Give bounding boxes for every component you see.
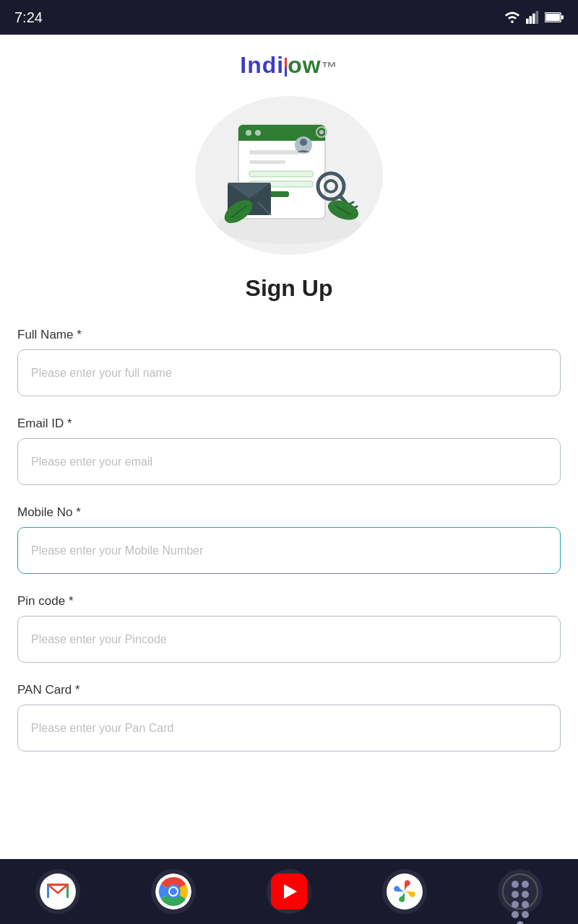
dots-grid-icon xyxy=(502,873,538,910)
chrome-icon xyxy=(155,873,191,910)
status-icons xyxy=(504,11,564,24)
youtube-icon xyxy=(271,873,307,910)
pincode-input[interactable] xyxy=(17,616,561,663)
svg-rect-1 xyxy=(530,16,532,24)
illustration xyxy=(195,96,383,255)
pan-label: PAN Card * xyxy=(17,683,561,697)
dot-2 xyxy=(522,881,529,888)
form-group-pincode: Pin code * xyxy=(17,594,561,663)
svg-point-12 xyxy=(255,130,261,136)
svg-rect-36 xyxy=(47,885,49,898)
photos-icon xyxy=(387,873,423,910)
form-group-fullname: Full Name * xyxy=(17,328,561,396)
svg-point-34 xyxy=(319,130,324,134)
svg-rect-17 xyxy=(249,171,313,177)
photos-svg xyxy=(392,879,417,904)
dot-6 xyxy=(522,901,529,908)
app-logo: Indiow™ xyxy=(240,52,337,78)
main-content: Indiow™ xyxy=(0,35,578,859)
pincode-label: Pin code * xyxy=(17,594,561,609)
svg-rect-10 xyxy=(238,133,325,141)
page-title: Sign Up xyxy=(246,275,333,302)
svg-point-11 xyxy=(246,130,251,136)
bottom-nav-bar xyxy=(0,859,578,924)
chrome-app-button[interactable] xyxy=(151,869,196,914)
youtube-app-button[interactable] xyxy=(267,869,311,914)
gmail-app-button[interactable] xyxy=(35,869,80,914)
status-time: 7:24 xyxy=(14,9,43,26)
signal-icon xyxy=(526,11,539,24)
svg-point-16 xyxy=(300,139,307,146)
form-group-mobile: Mobile No * xyxy=(17,505,561,574)
svg-point-42 xyxy=(170,888,177,895)
form-group-email: Email ID * xyxy=(17,417,561,485)
dot-9 xyxy=(517,921,524,924)
signup-illustration xyxy=(210,103,368,248)
wifi-icon xyxy=(504,11,520,24)
svg-rect-6 xyxy=(545,14,560,21)
fullname-input[interactable] xyxy=(17,349,561,396)
pan-input[interactable] xyxy=(17,705,561,751)
gmail-icon xyxy=(40,873,76,910)
svg-rect-0 xyxy=(526,19,529,24)
email-input[interactable] xyxy=(17,438,561,485)
dot-4 xyxy=(522,891,529,898)
svg-rect-37 xyxy=(66,885,69,898)
svg-rect-5 xyxy=(561,15,564,19)
gmail-svg xyxy=(47,884,69,899)
dot-8 xyxy=(522,911,529,918)
status-bar: 7:24 xyxy=(0,0,578,35)
form-group-pan: PAN Card * xyxy=(17,683,561,751)
dot-5 xyxy=(512,901,519,908)
dot-1 xyxy=(512,881,519,888)
dot-7 xyxy=(512,911,519,918)
svg-rect-13 xyxy=(249,150,300,154)
photos-app-button[interactable] xyxy=(382,869,427,914)
fullname-label: Full Name * xyxy=(17,328,561,342)
dot-3 xyxy=(512,891,519,898)
svg-rect-38 xyxy=(47,884,69,886)
svg-rect-14 xyxy=(249,160,285,164)
logo-container: Indiow™ xyxy=(240,52,337,79)
signup-form: Full Name * Email ID * Mobile No * Pin c… xyxy=(17,328,561,772)
battery-icon xyxy=(545,12,564,22)
email-label: Email ID * xyxy=(17,417,561,431)
svg-rect-3 xyxy=(536,11,539,24)
svg-rect-2 xyxy=(532,14,535,24)
more-apps-button[interactable] xyxy=(498,869,543,914)
mobile-label: Mobile No * xyxy=(17,505,561,520)
mobile-input[interactable] xyxy=(17,527,561,574)
play-triangle-icon xyxy=(284,884,297,899)
svg-point-25 xyxy=(325,180,337,192)
chrome-svg xyxy=(155,873,191,910)
